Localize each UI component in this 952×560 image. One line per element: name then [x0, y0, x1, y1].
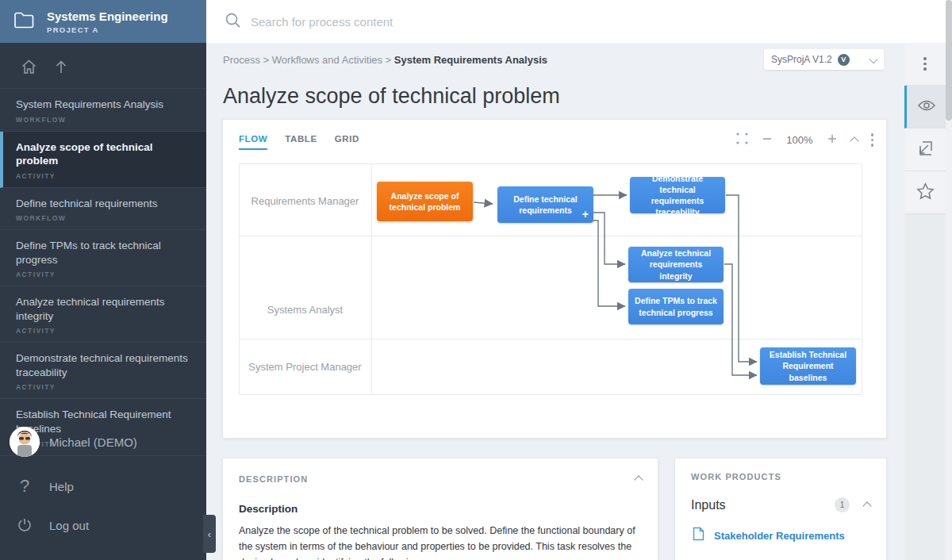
- flow-node-label: Define technical requirements: [504, 194, 587, 216]
- tab-flow[interactable]: FLOW: [239, 134, 267, 150]
- flow-node-label: Establish Technical Requirement baseline…: [766, 349, 850, 383]
- flow-canvas[interactable]: Requirements Manager Systems Analyst Sys…: [239, 163, 862, 396]
- view-tabs: FLOW TABLE GRID: [239, 134, 359, 150]
- sidebar-item-type: ACTIVITY: [16, 270, 190, 278]
- more-options-button[interactable]: [904, 43, 946, 86]
- version-selector[interactable]: SysProjA V1.2 V: [764, 49, 884, 70]
- tailoring-button[interactable]: [904, 128, 946, 171]
- zoom-out-icon[interactable]: [762, 133, 773, 148]
- scrollbar-thumb[interactable]: [946, 0, 952, 121]
- zoom-level: 100%: [786, 134, 812, 146]
- breadcrumb-separator: >: [260, 54, 272, 66]
- panel-menu-icon[interactable]: [871, 133, 874, 147]
- inputs-count-badge: 1: [835, 497, 850, 512]
- flow-node-analyze-scope[interactable]: Analyze scope of technical problem: [377, 182, 473, 221]
- sidebar: Systems Engineering PROJECT A System Req…: [0, 0, 206, 560]
- fit-to-screen-icon[interactable]: [736, 132, 748, 148]
- flow-node-label: Analyze scope of technical problem: [383, 190, 466, 213]
- flow-node-label: Define TPMs to track technical progress: [635, 295, 717, 317]
- description-heading: Description: [239, 503, 642, 515]
- version-badge: V: [838, 54, 850, 66]
- sidebar-item-analyze-integrity[interactable]: Analyze technical requirements integrity…: [0, 286, 206, 343]
- sidebar-item-system-requirements-analysis[interactable]: System Requirements Analysis WORKFLOW: [0, 89, 206, 132]
- collapse-inputs-icon[interactable]: [864, 498, 870, 512]
- flow-node-establish-baselines[interactable]: Establish Technical Requirement baseline…: [760, 347, 856, 385]
- work-product-stakeholder-requirements[interactable]: Stakeholder Requirements: [693, 527, 870, 544]
- sidebar-item-define-technical-requirements[interactable]: Define technical requirements WORKFLOW: [0, 188, 206, 231]
- eye-icon: [917, 99, 936, 115]
- search-bar: [206, 0, 946, 43]
- kebab-icon: [923, 57, 927, 71]
- sidebar-item-label: System Requirements Analysis: [16, 98, 190, 112]
- search-input[interactable]: [251, 15, 806, 29]
- flow-panel: FLOW TABLE GRID 100%: [222, 119, 887, 439]
- flow-node-label: Analyze technical requirements integrity: [635, 247, 717, 282]
- page-scrollbar[interactable]: [946, 0, 952, 560]
- sidebar-item-label: Analyze scope of technical problem: [16, 140, 190, 168]
- lane-label-requirements-manager: Requirements Manager: [239, 195, 371, 207]
- sidebar-item-type: ACTIVITY: [16, 383, 190, 391]
- tab-table[interactable]: TABLE: [285, 134, 317, 150]
- work-products-panel: WORK PRODUCTS Inputs 1 Stakeholder Requi…: [674, 458, 887, 560]
- work-products-title: WORK PRODUCTS: [691, 472, 781, 481]
- home-icon[interactable]: [21, 59, 37, 79]
- sidebar-item-label: Define TPMs to track technical progress: [16, 239, 190, 267]
- right-toolbar: [904, 43, 946, 560]
- flow-node-demonstrate-traceability[interactable]: Demonstrate technical requirements trace…: [630, 177, 725, 213]
- favorite-button[interactable]: [904, 171, 946, 214]
- sidebar-item-type: ACTIVITY: [16, 327, 190, 335]
- sidebar-item-type: WORKFLOW: [16, 214, 190, 222]
- help-button[interactable]: ? Help: [0, 476, 206, 497]
- collapse-description-icon[interactable]: [635, 472, 642, 486]
- user-menu[interactable]: Michael (DEMO): [0, 427, 206, 457]
- view-mode-button[interactable]: [904, 86, 946, 128]
- breadcrumb-separator: >: [382, 54, 394, 66]
- sidebar-item-label: Define technical requirements: [16, 197, 190, 211]
- breadcrumb-current: System Requirements Analysis: [394, 54, 547, 66]
- description-panel-title: DESCRIPTION: [239, 474, 308, 484]
- breadcrumb: Process > Workflows and Activities > Sys…: [223, 54, 547, 66]
- logout-label: Log out: [49, 519, 89, 532]
- page-title: Analyze scope of technical problem: [223, 84, 560, 109]
- document-icon: [693, 527, 704, 544]
- user-name: Michael (DEMO): [49, 435, 137, 449]
- chevron-left-icon: ‹: [208, 528, 211, 540]
- avatar: [10, 427, 40, 457]
- description-text: Analyze the scope of the technical probl…: [239, 523, 642, 560]
- breadcrumb-item[interactable]: Workflows and Activities: [272, 54, 382, 66]
- sidebar-item-define-tpms[interactable]: Define TPMs to track technical progress …: [0, 230, 206, 286]
- project-header[interactable]: Systems Engineering PROJECT A: [0, 0, 206, 43]
- project-subtitle: PROJECT A: [47, 25, 168, 34]
- sidebar-item-label: Demonstrate technical requirements trace…: [16, 351, 190, 379]
- sidebar-item-demonstrate-traceability[interactable]: Demonstrate technical requirements trace…: [0, 343, 206, 399]
- star-icon: [916, 182, 935, 203]
- inputs-group-label: Inputs: [691, 498, 726, 512]
- logout-button[interactable]: Log out: [0, 517, 206, 533]
- tailoring-icon: [916, 140, 934, 160]
- navigate-up-icon[interactable]: [53, 59, 69, 79]
- process-nav: System Requirements Analysis WORKFLOW An…: [0, 88, 206, 456]
- sidebar-item-label: Analyze technical requirements integrity: [16, 295, 190, 323]
- sidebar-collapse-handle[interactable]: ‹: [203, 515, 216, 553]
- work-product-link: Stakeholder Requirements: [714, 530, 845, 542]
- lane-label-system-project-manager: System Project Manager: [239, 361, 371, 373]
- add-icon[interactable]: +: [582, 207, 589, 222]
- sidebar-item-type: WORKFLOW: [16, 116, 190, 124]
- description-panel: DESCRIPTION Description Analyze the scop…: [222, 458, 658, 560]
- help-label: Help: [49, 480, 74, 493]
- project-title: Systems Engineering: [47, 10, 168, 24]
- chevron-down-icon: [870, 52, 877, 67]
- help-icon: ?: [0, 476, 49, 497]
- folder-icon: [13, 11, 35, 33]
- breadcrumb-item[interactable]: Process: [223, 54, 260, 66]
- flow-node-define-technical-requirements[interactable]: Define technical requirements +: [497, 186, 593, 223]
- sidebar-item-analyze-scope[interactable]: Analyze scope of technical problem ACTIV…: [0, 132, 206, 188]
- flow-node-define-tpms[interactable]: Define TPMs to track technical progress: [628, 289, 724, 324]
- lane-label-systems-analyst: Systems Analyst: [239, 304, 371, 316]
- version-label: SysProjA V1.2: [771, 54, 832, 65]
- flow-node-analyze-integrity[interactable]: Analyze technical requirements integrity: [628, 247, 724, 282]
- sidebar-item-type: ACTIVITY: [16, 172, 190, 180]
- tab-grid[interactable]: GRID: [335, 134, 359, 150]
- collapse-panel-icon[interactable]: [851, 133, 858, 148]
- zoom-in-icon[interactable]: [827, 133, 838, 148]
